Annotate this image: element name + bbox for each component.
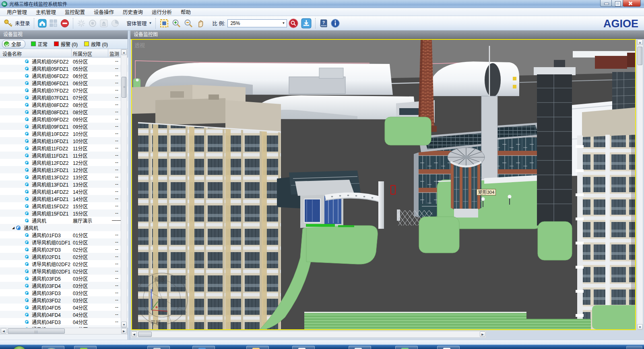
select-region-button[interactable] (158, 18, 170, 29)
table-row[interactable]: 通风机组05FDZ2 05分区 -- (0, 57, 128, 65)
taskbar-app-button[interactable] (349, 346, 371, 349)
table-row[interactable]: 通风机组10FDZ1 10分区 -- (0, 137, 128, 144)
table-row[interactable]: 通风机组14FDZ2 14分区 -- (0, 188, 128, 195)
login-button[interactable]: 未登录 (2, 18, 31, 29)
scroll-up-icon[interactable]: ▲ (637, 39, 643, 45)
table-row[interactable]: 通风机组06FDZ1 06分区 -- (0, 79, 128, 86)
scroll-right-icon[interactable]: ▶ (480, 331, 485, 337)
taskbar-app-button[interactable] (395, 346, 418, 349)
table-row[interactable]: 通风机组15FDZ2 15分区 -- (0, 202, 128, 209)
table-row[interactable]: 通风机组05FDZ1 05分区 -- (0, 65, 128, 72)
table-row[interactable]: 通风机组10FDZ2 10分区 -- (0, 130, 128, 137)
taskbar-app-button[interactable] (292, 346, 315, 349)
scrollbar-thumb[interactable] (638, 47, 642, 65)
scrollbar-thumb[interactable]: ||| (8, 328, 65, 334)
menu-item[interactable]: 设备操作 (89, 7, 118, 16)
scale-combobox[interactable]: 25% ▼ (227, 19, 287, 27)
device-list-hscrollbar[interactable]: ◀ ||| ▶ (0, 328, 128, 335)
table-row[interactable]: 通风机组13FDZ2 13分区 -- (0, 173, 128, 181)
home-button[interactable] (37, 18, 48, 29)
device-list-vscrollbar[interactable]: ▲ ≡ ▼ (121, 49, 127, 328)
table-row[interactable]: 通风机04FD4 04分区 -- (0, 311, 128, 318)
table-row[interactable]: 通风机组11FDZ2 11分区 -- (0, 144, 128, 152)
filter-normal-button[interactable]: 正常 (31, 41, 47, 47)
stop-button[interactable] (59, 18, 70, 29)
table-row[interactable]: 诱导风机组02DF1 02分区 -- (0, 267, 128, 275)
layout-grid-button[interactable] (48, 18, 59, 29)
table-row[interactable]: 通风机组08FDZ2 08分区 -- (0, 101, 128, 108)
taskbar-app-button[interactable] (192, 346, 215, 349)
menu-item[interactable]: 主机管理 (31, 7, 60, 16)
scroll-right-icon[interactable]: ▶ (121, 328, 127, 334)
column-zone[interactable]: 所属分区 (73, 50, 92, 57)
zoom-in-button[interactable] (170, 18, 182, 29)
nav-pan-label[interactable]: 平移 (151, 320, 161, 326)
menu-item[interactable]: 用户管理 (2, 7, 31, 16)
filter-fault-button[interactable]: 故障 (0) (84, 41, 108, 47)
taskbar-app-button[interactable] (246, 346, 269, 349)
table-row[interactable]: 通风机组09FDZ2 09分区 -- (0, 115, 128, 123)
close-button[interactable] (623, 0, 641, 7)
table-row[interactable]: 诱导风机组02DF2 02分区 -- (0, 260, 128, 267)
tree-expand-icon[interactable]: ◢ (10, 226, 16, 230)
table-row[interactable]: 通风机04FD3 04分区 -- (0, 318, 128, 325)
table-row[interactable]: 通风机组13FDZ1 13分区 -- (0, 181, 128, 188)
table-row[interactable]: 通风机03FD2 03分区 -- (0, 296, 128, 304)
table-row[interactable]: 通风机组06FDZ2 06分区 -- (0, 72, 128, 79)
menu-item[interactable]: 历史查询 (118, 7, 147, 16)
table-row[interactable]: 通风机组12FDZ2 12分区 -- (0, 159, 128, 166)
table-row[interactable]: 通风机03FD4 03分区 -- (0, 282, 128, 289)
menu-item[interactable]: 运行分析 (147, 7, 176, 16)
pie-button[interactable] (109, 18, 121, 29)
taskbar-app-button[interactable] (437, 346, 460, 349)
table-row[interactable]: 通风机03FD5 03分区 -- (0, 275, 128, 282)
taskbar-app-button[interactable] (147, 346, 170, 349)
table-row[interactable]: 通风机01FD3 01分区 -- (0, 231, 128, 238)
scroll-down-icon[interactable]: ▼ (121, 322, 127, 327)
table-row[interactable]: 通风机02FD3 02分区 -- (0, 246, 128, 253)
taskbar-app-button[interactable] (74, 346, 97, 349)
taskbar-clock[interactable] (626, 346, 642, 349)
table-row[interactable]: 通风机组07FDZ2 07分区 -- (0, 86, 128, 94)
table-row[interactable]: 通风机04FD5 04分区 -- (0, 304, 128, 311)
filter-all-button[interactable]: 全部 (2, 40, 25, 48)
scroll-left-icon[interactable]: ◀ (131, 331, 137, 337)
window-manage-button[interactable]: 窗体管理 ▼ (124, 18, 153, 29)
menu-item[interactable]: 帮助 (176, 7, 195, 16)
taskbar-app-button[interactable] (42, 346, 64, 349)
restore-button[interactable] (611, 0, 623, 7)
viewport-vscrollbar[interactable]: ▲ ▼ (637, 39, 643, 330)
pan-button[interactable] (194, 18, 206, 29)
table-row[interactable]: 通风机组11FDZ1 11分区 -- (0, 152, 128, 159)
table-row[interactable]: 通风机组12FDZ1 12分区 -- (0, 166, 128, 173)
table-row[interactable]: 通风机03FD3 03分区 -- (0, 289, 128, 296)
menu-item[interactable]: 监控配置 (60, 7, 89, 16)
table-row[interactable]: 通风机组09FDZ1 09分区 -- (0, 123, 128, 130)
table-row[interactable]: 通风机02FD1 02分区 -- (0, 253, 128, 260)
export-button[interactable] (300, 18, 313, 29)
column-monitor[interactable]: 监测 (109, 50, 119, 57)
refresh-button[interactable] (76, 18, 87, 29)
scene-viewport[interactable]: 缩放 平移 透视 矩形304 (131, 39, 636, 330)
nav-zoom-label[interactable]: 缩放 (155, 276, 165, 282)
table-row[interactable]: 通风机组08FDZ1 08分区 -- (0, 108, 128, 115)
start-button[interactable] (12, 346, 27, 349)
lens-button[interactable] (87, 18, 98, 29)
scrollbar-thumb[interactable]: ≡ (122, 77, 126, 98)
scroll-left-icon[interactable]: ◀ (1, 328, 6, 334)
scrollbar-thumb[interactable] (138, 332, 152, 337)
help-button[interactable]: ? (318, 18, 329, 29)
table-row[interactable]: 诱导风机组01DF1 01分区 -- (0, 238, 128, 246)
filter-alarm-button[interactable]: 报警 (0) (54, 41, 78, 47)
column-device-name[interactable]: 设备名称 (2, 50, 22, 57)
table-row[interactable]: 通风机组07FDZ1 07分区 -- (0, 94, 128, 101)
scroll-down-icon[interactable]: ▼ (637, 324, 643, 330)
about-button[interactable] (329, 18, 341, 29)
viewport-hscrollbar[interactable]: ◀ ▶ (130, 331, 486, 338)
zoom-out-button[interactable] (182, 18, 194, 29)
minimize-button[interactable] (600, 0, 612, 7)
table-row[interactable]: 通风机组14FDZ1 14分区 -- (0, 195, 128, 202)
table-row[interactable]: 通风机组15FDZ1 15分区 -- (0, 209, 128, 217)
eject-button[interactable] (98, 18, 109, 29)
table-row[interactable]: ◢ 通风机 (0, 224, 128, 231)
